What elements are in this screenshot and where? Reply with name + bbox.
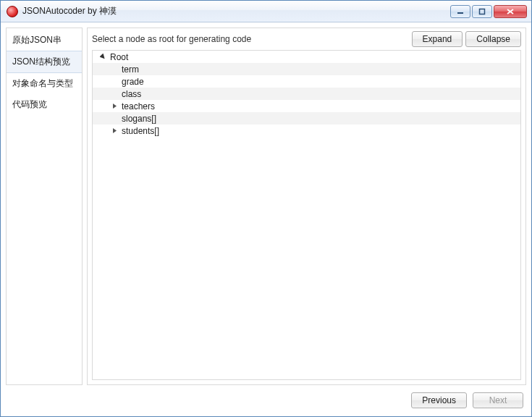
content-header: Select a node as root for generating cod…: [88, 28, 525, 50]
sidebar-item-1[interactable]: JSON结构预览: [7, 51, 82, 73]
expand-button[interactable]: Expand: [412, 31, 463, 47]
tree-row[interactable]: term: [93, 63, 520, 75]
tree-node-label: teachers: [122, 101, 155, 111]
sidebar-item-label: 代码预览: [12, 99, 47, 109]
sidebar-item-2[interactable]: 对象命名与类型: [7, 73, 82, 94]
tree-indent-spacer: [110, 65, 119, 74]
sidebar-item-label: 对象命名与类型: [12, 78, 73, 88]
sidebar-item-label: JSON结构预览: [12, 56, 70, 67]
svg-marker-5: [113, 104, 117, 109]
minimize-button[interactable]: [450, 5, 470, 18]
tree-row[interactable]: slogans[]: [93, 112, 520, 125]
maximize-button[interactable]: [472, 5, 492, 18]
window-buttons: [450, 5, 527, 18]
tree-row[interactable]: students[]: [93, 125, 520, 137]
sidebar-item-3[interactable]: 代码预览: [7, 94, 82, 115]
minimize-icon: [457, 8, 464, 15]
next-button[interactable]: Next: [473, 392, 523, 408]
app-icon: [7, 6, 18, 17]
chevron-right-icon[interactable]: [110, 127, 119, 135]
close-icon: [506, 8, 515, 15]
tree-node-label: grade: [122, 77, 144, 87]
step-sidebar: 原始JSON串JSON结构预览对象命名与类型代码预览: [6, 28, 83, 385]
window-title: JSONAutocoder by 神漠: [22, 5, 450, 17]
tree-row[interactable]: teachers: [93, 100, 520, 112]
previous-button[interactable]: Previous: [411, 392, 467, 408]
hint-text: Select a node as root for generating cod…: [92, 34, 409, 44]
client-area: 原始JSON串JSON结构预览对象命名与类型代码预览 Select a node…: [1, 22, 531, 416]
collapse-button[interactable]: Collapse: [465, 31, 521, 47]
tree-node-label: Root: [110, 52, 128, 62]
tree-row[interactable]: grade: [93, 75, 520, 88]
svg-rect-1: [480, 9, 485, 14]
sidebar-item-label: 原始JSON串: [12, 35, 62, 45]
chevron-down-icon[interactable]: [98, 53, 107, 62]
tree-row[interactable]: Root: [93, 51, 520, 63]
tree-indent-spacer: [110, 77, 119, 86]
maximize-icon: [478, 8, 486, 15]
tree-node-label: class: [122, 89, 141, 99]
svg-marker-4: [100, 54, 106, 60]
titlebar[interactable]: JSONAutocoder by 神漠: [1, 1, 531, 22]
close-button[interactable]: [494, 5, 527, 18]
chevron-right-icon[interactable]: [110, 102, 119, 111]
main-row: 原始JSON串JSON结构预览对象命名与类型代码预览 Select a node…: [6, 28, 526, 385]
tree-view[interactable]: Roottermgradeclassteachersslogans[]stude…: [92, 50, 521, 380]
sidebar-item-0[interactable]: 原始JSON串: [7, 30, 82, 51]
tree-row[interactable]: class: [93, 88, 520, 100]
app-window: JSONAutocoder by 神漠 原始JSON串JSON结构预览对象命名与…: [0, 0, 532, 417]
tree-node-label: term: [122, 64, 139, 75]
tree-node-label: slogans[]: [122, 114, 156, 124]
tree-indent-spacer: [110, 114, 119, 123]
svg-marker-6: [113, 128, 117, 133]
content-panel: Select a node as root for generating cod…: [87, 28, 526, 385]
tree-node-label: students[]: [122, 126, 159, 136]
tree-indent-spacer: [110, 90, 119, 98]
footer-bar: Previous Next: [6, 385, 526, 411]
